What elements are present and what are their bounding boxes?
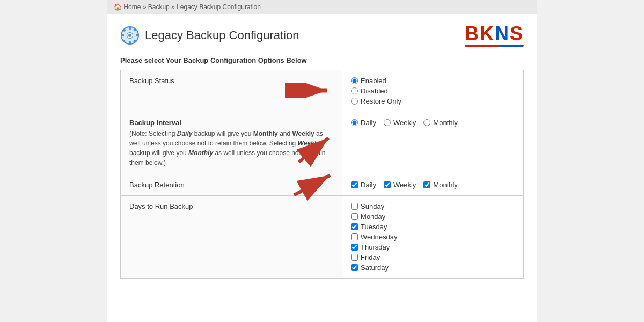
status-enabled-option[interactable]: Enabled bbox=[351, 77, 515, 85]
day-friday-label: Friday bbox=[361, 253, 380, 261]
logo-letter-k: K bbox=[480, 23, 495, 45]
svg-rect-4 bbox=[129, 41, 131, 44]
retention-monthly-checkbox[interactable] bbox=[423, 181, 430, 188]
retention-daily-checkbox[interactable] bbox=[351, 181, 358, 188]
backup-status-value-cell: Enabled Disabled Restore Only bbox=[342, 70, 524, 112]
interval-daily-label: Daily bbox=[361, 119, 376, 127]
gear-icon bbox=[120, 26, 140, 45]
table-row: Backup Retention bbox=[121, 174, 524, 196]
backup-interval-options: Daily Weekly Monthly bbox=[351, 119, 515, 127]
retention-weekly-label: Weekly bbox=[393, 181, 416, 189]
day-friday-checkbox[interactable] bbox=[351, 254, 358, 261]
breadcrumb-sep2: » bbox=[171, 3, 175, 11]
breadcrumb-sep1: » bbox=[143, 3, 147, 11]
retention-daily-option[interactable]: Daily bbox=[351, 181, 376, 189]
status-disabled-radio[interactable] bbox=[351, 87, 358, 94]
day-thursday-label: Thursday bbox=[361, 243, 390, 251]
logo-underline bbox=[465, 45, 524, 47]
status-enabled-radio[interactable] bbox=[351, 77, 358, 84]
status-restore-label: Restore Only bbox=[361, 97, 401, 105]
interval-daily-option[interactable]: Daily bbox=[351, 119, 376, 127]
status-disabled-option[interactable]: Disabled bbox=[351, 87, 515, 95]
backup-interval-value-cell: Daily Weekly Monthly bbox=[342, 112, 524, 174]
day-sunday-label: Sunday bbox=[361, 202, 384, 210]
arrow-retention-icon bbox=[291, 171, 334, 197]
status-restore-radio[interactable] bbox=[351, 98, 358, 105]
retention-monthly-option[interactable]: Monthly bbox=[423, 181, 458, 189]
day-sunday-option[interactable]: Sunday bbox=[351, 202, 515, 210]
page-wrapper: 🏠 Home » Backup » Legacy Backup Configur… bbox=[107, 0, 537, 322]
backup-interval-label: Backup Interval bbox=[129, 119, 181, 127]
arrow-diagonal-icon bbox=[294, 133, 331, 165]
arrow-diagonal-container bbox=[294, 133, 331, 166]
day-saturday-checkbox[interactable] bbox=[351, 264, 358, 271]
interval-daily-radio[interactable] bbox=[351, 119, 358, 126]
backup-retention-value-cell: Daily Weekly Monthly bbox=[342, 174, 524, 196]
arrow-retention-container bbox=[291, 171, 334, 199]
day-wednesday-option[interactable]: Wednesday bbox=[351, 233, 515, 241]
day-wednesday-checkbox[interactable] bbox=[351, 233, 358, 240]
svg-rect-6 bbox=[136, 34, 138, 36]
config-table: Backup Status bbox=[120, 70, 524, 279]
page-title-area: Legacy Backup Configuration bbox=[120, 26, 299, 45]
svg-line-18 bbox=[294, 175, 330, 195]
day-monday-label: Monday bbox=[361, 213, 385, 221]
svg-rect-5 bbox=[121, 34, 124, 36]
interval-monthly-label: Monthly bbox=[433, 119, 458, 127]
breadcrumb-backup[interactable]: Backup bbox=[148, 3, 170, 11]
day-monday-option[interactable]: Monday bbox=[351, 213, 515, 221]
retention-daily-label: Daily bbox=[361, 181, 376, 189]
interval-monthly-radio[interactable] bbox=[423, 119, 430, 126]
breadcrumb-icon: 🏠 bbox=[114, 3, 122, 11]
interval-weekly-option[interactable]: Weekly bbox=[384, 119, 416, 127]
day-tuesday-option[interactable]: Tuesday bbox=[351, 223, 515, 231]
backup-retention-label-cell: Backup Retention bbox=[121, 174, 342, 196]
breadcrumb-current: Legacy Backup Configuration bbox=[177, 3, 261, 11]
day-thursday-option[interactable]: Thursday bbox=[351, 243, 515, 251]
day-saturday-label: Saturday bbox=[361, 264, 389, 272]
backup-interval-label-cell: Backup Interval (Note: Selecting Daily b… bbox=[121, 112, 342, 174]
table-row: Backup Interval (Note: Selecting Daily b… bbox=[121, 112, 524, 174]
backup-retention-options: Daily Weekly Monthly bbox=[351, 181, 515, 189]
day-tuesday-checkbox[interactable] bbox=[351, 223, 358, 230]
status-disabled-label: Disabled bbox=[361, 87, 388, 95]
days-to-run-options: Sunday Monday Tuesday Wednesday bbox=[351, 202, 515, 272]
logo-letter-n: N bbox=[495, 23, 510, 45]
svg-point-12 bbox=[128, 34, 131, 37]
svg-rect-3 bbox=[129, 27, 131, 30]
day-saturday-option[interactable]: Saturday bbox=[351, 264, 515, 272]
status-enabled-label: Enabled bbox=[361, 77, 386, 85]
logo-letter-b: B bbox=[465, 23, 480, 45]
arrow-right-icon bbox=[285, 83, 333, 98]
day-wednesday-label: Wednesday bbox=[361, 233, 397, 241]
days-to-run-label-cell: Days to Run Backup bbox=[121, 196, 342, 279]
backup-status-label: Backup Status bbox=[129, 77, 174, 85]
days-to-run-label: Days to Run Backup bbox=[129, 202, 193, 210]
status-restore-option[interactable]: Restore Only bbox=[351, 97, 515, 105]
day-friday-option[interactable]: Friday bbox=[351, 253, 515, 261]
arrow-right-container bbox=[285, 83, 333, 99]
page-title: Legacy Backup Configuration bbox=[145, 28, 299, 42]
day-monday-checkbox[interactable] bbox=[351, 213, 358, 220]
logo-bkns: BKNS bbox=[465, 24, 524, 43]
header-section: Legacy Backup Configuration BKNS bbox=[107, 14, 537, 53]
day-sunday-checkbox[interactable] bbox=[351, 203, 358, 210]
day-tuesday-label: Tuesday bbox=[361, 223, 387, 231]
backup-retention-label: Backup Retention bbox=[129, 181, 185, 189]
logo-container: BKNS bbox=[465, 24, 524, 47]
interval-weekly-radio[interactable] bbox=[384, 119, 391, 126]
svg-line-16 bbox=[299, 138, 328, 162]
breadcrumb-home[interactable]: Home bbox=[123, 3, 141, 11]
logo-letter-s: S bbox=[510, 23, 524, 45]
instruction-text: Please select Your Backup Configuration … bbox=[107, 53, 537, 70]
interval-monthly-option[interactable]: Monthly bbox=[423, 119, 458, 127]
table-row: Backup Status bbox=[121, 70, 524, 112]
day-thursday-checkbox[interactable] bbox=[351, 244, 358, 251]
table-row: Days to Run Backup Sunday Monday Tuesday bbox=[121, 196, 524, 279]
interval-weekly-label: Weekly bbox=[393, 119, 416, 127]
backup-status-label-cell: Backup Status bbox=[121, 70, 342, 112]
retention-weekly-option[interactable]: Weekly bbox=[384, 181, 416, 189]
breadcrumb: 🏠 Home » Backup » Legacy Backup Configur… bbox=[107, 0, 537, 14]
retention-monthly-label: Monthly bbox=[433, 181, 458, 189]
retention-weekly-checkbox[interactable] bbox=[384, 181, 391, 188]
